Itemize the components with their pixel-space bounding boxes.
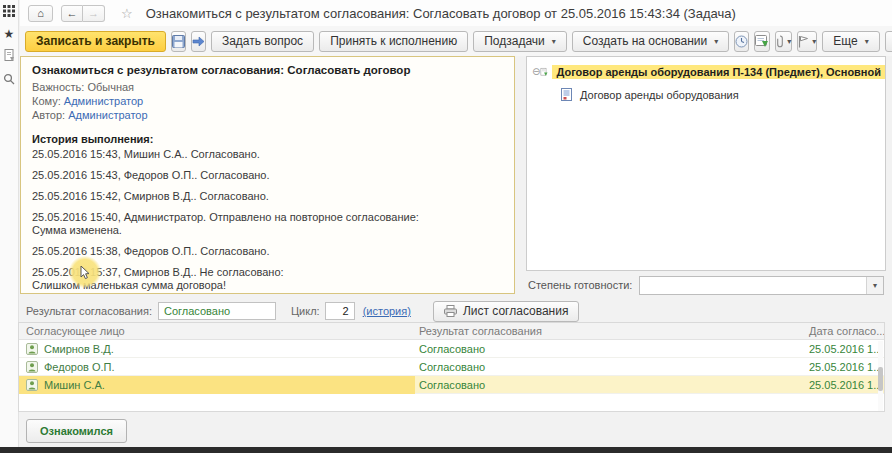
toolbar-right-group: Еще ▾ ? bbox=[817, 31, 892, 52]
tree-root-label: Договор аренды оборудования П-134 (Предм… bbox=[552, 65, 885, 79]
author-label: Автор: bbox=[32, 109, 65, 121]
history-entry: 25.05.2016 15:43, Мишин С.А.. Согласован… bbox=[32, 148, 503, 161]
more-button[interactable]: Еще ▾ bbox=[822, 31, 879, 52]
go-to-button[interactable] bbox=[191, 31, 206, 52]
subject-document-icon bbox=[540, 65, 548, 79]
importance-line: Важность: Обычная bbox=[32, 81, 503, 93]
search-icon[interactable] bbox=[3, 73, 15, 87]
approver-name: Мишин С.А. bbox=[44, 379, 105, 391]
importance-value: Обычная bbox=[87, 81, 134, 93]
history-entry-text: 25.05.2016 15:37, Смирнов В.Д.. Не согла… bbox=[32, 266, 503, 279]
approval-sheet-label: Лист согласования bbox=[463, 304, 569, 318]
column-header-person[interactable]: Согласующее лицо bbox=[19, 325, 415, 337]
main-menu-grid-icon[interactable] bbox=[3, 5, 15, 19]
history-entry: 25.05.2016 15:42, Смирнов В.Д.. Согласов… bbox=[32, 190, 503, 203]
approver-person-icon bbox=[26, 361, 38, 373]
approval-date: 25.05.2016 1... bbox=[805, 379, 884, 391]
chevron-down-icon: ▾ bbox=[552, 37, 556, 46]
history-entry: 25.05.2016 15:40, Администратор. Отправл… bbox=[32, 211, 503, 237]
attachments-button[interactable]: ▾ bbox=[775, 31, 792, 52]
subtasks-label: Подзадачи bbox=[484, 34, 545, 48]
help-button[interactable]: ? bbox=[885, 31, 892, 52]
readiness-select[interactable]: ▾ bbox=[639, 276, 884, 295]
readiness-row: Степень готовности: ▾ bbox=[528, 275, 884, 295]
task-description-panel[interactable]: Ознакомиться с результатом согласования:… bbox=[20, 56, 515, 294]
save-button[interactable] bbox=[171, 31, 186, 52]
history-entry: 25.05.2016 15:37, Смирнов В.Д.. Не согла… bbox=[32, 266, 503, 292]
history-entry-text: 25.05.2016 15:43, Федоров О.П.. Согласов… bbox=[32, 169, 503, 182]
paperclip-icon bbox=[776, 35, 784, 48]
approver-person-icon bbox=[26, 379, 38, 391]
more-label: Еще bbox=[833, 34, 857, 48]
approval-sheet-button[interactable]: Лист согласования bbox=[433, 301, 580, 322]
history-entry: 25.05.2016 15:38, Федоров О.П.. Согласов… bbox=[32, 245, 503, 258]
left-sidebar: ★ bbox=[0, 0, 19, 447]
approver-name: Смирнов В.Д. bbox=[44, 343, 114, 355]
save-and-close-button[interactable]: Записать и закрыть bbox=[25, 31, 166, 52]
chevron-down-icon[interactable]: ▾ bbox=[866, 277, 883, 294]
back-icon: ← bbox=[67, 7, 78, 19]
table-row-selected[interactable]: Мишин С.А. Согласовано 25.05.2016 1... bbox=[19, 376, 884, 394]
forward-button[interactable]: → bbox=[83, 5, 105, 22]
cycle-field[interactable]: 2 bbox=[325, 302, 355, 320]
approvers-table: Согласующее лицо Результат согласования … bbox=[18, 322, 885, 412]
blue-arrow-icon bbox=[192, 36, 205, 47]
history-entry-text: 25.05.2016 15:43, Мишин С.А.. Согласован… bbox=[32, 148, 503, 161]
assignee-link[interactable]: Администратор bbox=[64, 95, 143, 107]
history-title: История выполнения: bbox=[32, 133, 503, 145]
readiness-label: Степень готовности: bbox=[528, 279, 632, 291]
add-to-favorites-icon[interactable]: ☆ bbox=[121, 6, 133, 21]
result-label: Результат согласования: bbox=[26, 305, 152, 317]
result-field[interactable]: Согласовано bbox=[158, 302, 276, 320]
approval-result: Согласовано bbox=[415, 361, 805, 373]
table-row[interactable]: Смирнов В.Д. Согласовано 25.05.2016 1... bbox=[19, 340, 884, 358]
navigation-buttons: ← → bbox=[61, 5, 105, 22]
accept-for-execution-button[interactable]: Принять к исполнению bbox=[319, 31, 468, 52]
favorites-icon[interactable]: ★ bbox=[4, 28, 15, 40]
history-entry-text: 25.05.2016 15:40, Администратор. Отправл… bbox=[32, 211, 503, 224]
create-based-on-button[interactable]: Создать на основании ▾ bbox=[572, 31, 730, 52]
approver-person-icon bbox=[26, 343, 38, 355]
table-header: Согласующее лицо Результат согласования … bbox=[19, 323, 884, 340]
assignee-line: Кому: Администратор bbox=[32, 95, 503, 107]
scrollbar-thumb[interactable] bbox=[878, 367, 883, 391]
reminder-button[interactable] bbox=[734, 31, 749, 52]
history-entry-text: Сумма изменена. bbox=[32, 224, 503, 237]
page-title: Ознакомиться с результатом согласования:… bbox=[146, 6, 736, 21]
process-map-icon bbox=[755, 35, 769, 48]
column-header-result[interactable]: Результат согласования bbox=[415, 325, 805, 337]
task-window: ★ ⌂ ← → ☆ bbox=[0, 0, 892, 453]
subjects-tree-panel: ⊖ Договор аренды оборудования П-134 (Пре… bbox=[526, 56, 886, 271]
approval-date: 25.05.2016 1... bbox=[805, 343, 884, 355]
tree-child-row[interactable]: Договор аренды оборудования bbox=[560, 85, 885, 104]
floppy-icon bbox=[172, 35, 185, 48]
clock-icon bbox=[735, 35, 748, 48]
table-row[interactable]: Федоров О.П. Согласовано 25.05.2016 1... bbox=[19, 358, 884, 376]
back-button[interactable]: ← bbox=[61, 5, 83, 22]
chevron-down-icon: ▾ bbox=[865, 37, 869, 46]
table-scrollbar[interactable] bbox=[878, 341, 883, 411]
history-link[interactable]: (история) bbox=[363, 305, 411, 317]
chevron-down-icon: ▾ bbox=[787, 37, 791, 46]
contract-document-icon bbox=[560, 88, 573, 101]
ask-question-button[interactable]: Задать вопрос bbox=[211, 31, 314, 52]
subtasks-button[interactable]: Подзадачи ▾ bbox=[473, 31, 567, 52]
tree-root-row[interactable]: ⊖ Договор аренды оборудования П-134 (Пре… bbox=[527, 62, 885, 81]
collapse-icon[interactable]: ⊖ bbox=[532, 66, 540, 77]
flag-button[interactable]: ▾ bbox=[797, 31, 817, 52]
process-map-button[interactable] bbox=[754, 31, 770, 52]
chevron-down-icon: ▾ bbox=[714, 37, 718, 46]
author-link[interactable]: Администратор bbox=[68, 109, 147, 121]
command-bar: Записать и закрыть Задать вопрос Принять… bbox=[20, 26, 892, 56]
home-button[interactable]: ⌂ bbox=[28, 5, 53, 22]
history-entry-text: Слишком маленькая сумма договора! bbox=[32, 279, 503, 292]
approval-date: 25.05.2016 1... bbox=[805, 361, 884, 373]
tree-child-label: Договор аренды оборудования bbox=[580, 89, 739, 101]
column-header-date[interactable]: Дата согласо... bbox=[805, 325, 884, 337]
recent-icon[interactable] bbox=[3, 49, 15, 64]
history-entry-text: 25.05.2016 15:38, Федоров О.П.. Согласов… bbox=[32, 245, 503, 258]
approval-result-row: Результат согласования: Согласовано Цикл… bbox=[26, 300, 886, 322]
importance-label: Важность: bbox=[32, 81, 84, 93]
approval-result: Согласовано bbox=[415, 379, 805, 391]
acknowledge-button[interactable]: Ознакомился bbox=[26, 419, 127, 443]
